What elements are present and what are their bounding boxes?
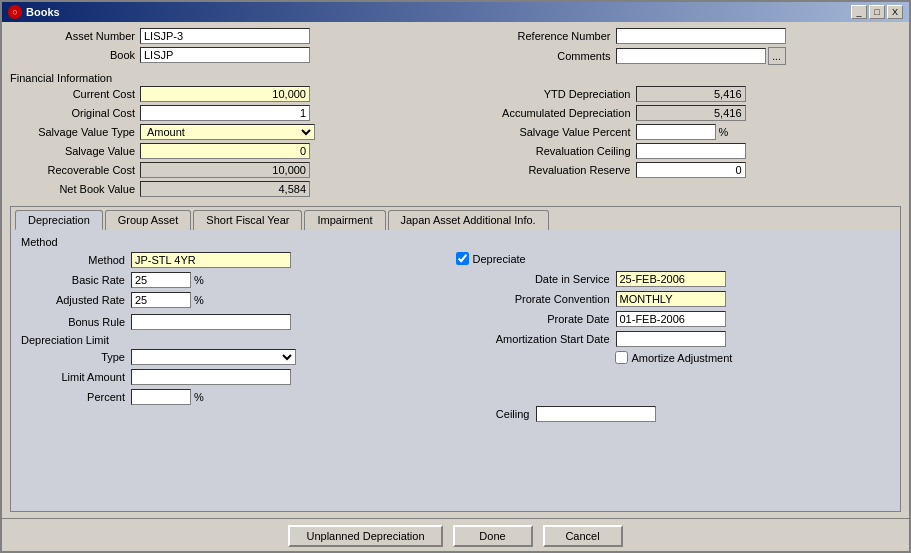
cancel-button[interactable]: Cancel xyxy=(543,525,623,547)
accumulated-depreciation-row: Accumulated Depreciation xyxy=(456,105,902,121)
ceiling-row: Ceiling xyxy=(456,406,891,422)
tab-group-asset[interactable]: Group Asset xyxy=(105,210,192,230)
type-select[interactable] xyxy=(131,349,296,365)
book-row: Book xyxy=(10,47,456,63)
net-book-value-row: Net Book Value xyxy=(10,181,456,197)
basic-rate-input[interactable] xyxy=(131,272,191,288)
limit-amount-row: Limit Amount xyxy=(21,369,456,385)
accumulated-depreciation-input xyxy=(636,105,746,121)
adjusted-rate-unit: % xyxy=(194,294,204,306)
depreciation-grid: Method Basic Rate % Adjusted Rate % xyxy=(21,252,890,426)
limit-amount-label: Limit Amount xyxy=(21,371,131,383)
left-top: Asset Number Book xyxy=(10,28,456,68)
amortize-adjustment-checkbox[interactable] xyxy=(615,351,628,364)
title-bar: ○ Books _ □ X xyxy=(2,2,909,22)
adjusted-rate-row: Adjusted Rate % xyxy=(21,292,456,308)
bonus-rule-input[interactable] xyxy=(131,314,291,330)
financial-right: YTD Depreciation Accumulated Depreciatio… xyxy=(456,86,902,200)
asset-number-label: Asset Number xyxy=(10,30,140,42)
reference-number-row: Reference Number xyxy=(456,28,902,44)
comments-row: Comments ... xyxy=(456,47,902,65)
salvage-value-type-row: Salvage Value Type Amount Percent xyxy=(10,124,456,140)
net-book-value-input xyxy=(140,181,310,197)
amortization-start-date-input[interactable] xyxy=(616,331,726,347)
type-row: Type xyxy=(21,349,456,365)
salvage-value-row: Salvage Value xyxy=(10,143,456,159)
window-title: Books xyxy=(26,6,60,18)
recoverable-cost-label: Recoverable Cost xyxy=(10,164,140,176)
done-button[interactable]: Done xyxy=(453,525,533,547)
prorate-date-row: Prorate Date xyxy=(456,311,891,327)
reference-number-input[interactable] xyxy=(616,28,786,44)
dep-left: Method Basic Rate % Adjusted Rate % xyxy=(21,252,456,426)
revaluation-ceiling-row: Revaluation Ceiling xyxy=(456,143,902,159)
salvage-value-type-label: Salvage Value Type xyxy=(10,126,140,138)
unplanned-depreciation-button[interactable]: Unplanned Depreciation xyxy=(288,525,442,547)
book-input[interactable] xyxy=(140,47,310,63)
basic-rate-label: Basic Rate xyxy=(21,274,131,286)
original-cost-input[interactable] xyxy=(140,105,310,121)
book-label: Book xyxy=(10,49,140,61)
prorate-date-input xyxy=(616,311,726,327)
comments-input[interactable] xyxy=(616,48,766,64)
revaluation-reserve-input[interactable] xyxy=(636,162,746,178)
salvage-value-percent-input[interactable] xyxy=(636,124,716,140)
tabs-container: Depreciation Group Asset Short Fiscal Ye… xyxy=(10,206,901,512)
close-button[interactable]: X xyxy=(887,5,903,19)
original-cost-row: Original Cost xyxy=(10,105,456,121)
main-content: Asset Number Book Reference Number Comme… xyxy=(2,22,909,518)
revaluation-ceiling-input[interactable] xyxy=(636,143,746,159)
method-row: Method xyxy=(21,252,456,268)
depreciate-checkbox[interactable] xyxy=(456,252,469,265)
prorate-convention-input[interactable] xyxy=(616,291,726,307)
tab-short-fiscal-year[interactable]: Short Fiscal Year xyxy=(193,210,302,230)
minimize-button[interactable]: _ xyxy=(851,5,867,19)
date-in-service-input[interactable] xyxy=(616,271,726,287)
depreciate-row: Depreciate xyxy=(456,252,891,265)
tab-bar: Depreciation Group Asset Short Fiscal Ye… xyxy=(11,207,900,230)
maximize-button[interactable]: □ xyxy=(869,5,885,19)
ytd-depreciation-input xyxy=(636,86,746,102)
ceiling-label: Ceiling xyxy=(456,408,536,420)
salvage-value-type-select[interactable]: Amount Percent xyxy=(140,124,315,140)
limit-amount-input[interactable] xyxy=(131,369,291,385)
current-cost-input[interactable] xyxy=(140,86,310,102)
revaluation-ceiling-label: Revaluation Ceiling xyxy=(456,145,636,157)
asset-number-input[interactable] xyxy=(140,28,310,44)
basic-rate-row: Basic Rate % xyxy=(21,272,456,288)
current-cost-row: Current Cost xyxy=(10,86,456,102)
bottom-buttons: Unplanned Depreciation Done Cancel xyxy=(2,518,909,551)
ytd-depreciation-row: YTD Depreciation xyxy=(456,86,902,102)
financial-section: Financial Information Current Cost Origi… xyxy=(10,72,901,200)
salvage-value-label: Salvage Value xyxy=(10,145,140,157)
books-window: ○ Books _ □ X Asset Number Book xyxy=(0,0,911,553)
financial-info-title: Financial Information xyxy=(10,72,901,84)
reference-number-label: Reference Number xyxy=(456,30,616,42)
recoverable-cost-input xyxy=(140,162,310,178)
percent-unit-dep: % xyxy=(194,391,204,403)
tab-japan-asset[interactable]: Japan Asset Additional Info. xyxy=(388,210,549,230)
net-book-value-label: Net Book Value xyxy=(10,183,140,195)
adjusted-rate-input[interactable] xyxy=(131,292,191,308)
financial-left: Current Cost Original Cost Salvage Value… xyxy=(10,86,456,200)
method-input[interactable] xyxy=(131,252,291,268)
comments-button[interactable]: ... xyxy=(768,47,786,65)
percent-row: Percent % xyxy=(21,389,456,405)
ceiling-input[interactable] xyxy=(536,406,656,422)
tab-depreciation[interactable]: Depreciation xyxy=(15,210,103,230)
salvage-value-input[interactable] xyxy=(140,143,310,159)
adjusted-rate-label: Adjusted Rate xyxy=(21,294,131,306)
comments-label: Comments xyxy=(456,50,616,62)
bonus-rule-label: Bonus Rule xyxy=(21,316,131,328)
original-cost-label: Original Cost xyxy=(10,107,140,119)
asset-number-row: Asset Number xyxy=(10,28,456,44)
revaluation-reserve-row: Revaluation Reserve xyxy=(456,162,902,178)
percent-label: Percent xyxy=(21,391,131,403)
prorate-convention-label: Prorate Convention xyxy=(456,293,616,305)
prorate-date-label: Prorate Date xyxy=(456,313,616,325)
percent-input[interactable] xyxy=(131,389,191,405)
tab-impairment[interactable]: Impairment xyxy=(304,210,385,230)
amortize-adjustment-label: Amortize Adjustment xyxy=(632,352,733,364)
bonus-rule-row: Bonus Rule xyxy=(21,314,456,330)
amortize-adjustment-row: Amortize Adjustment xyxy=(456,351,891,364)
